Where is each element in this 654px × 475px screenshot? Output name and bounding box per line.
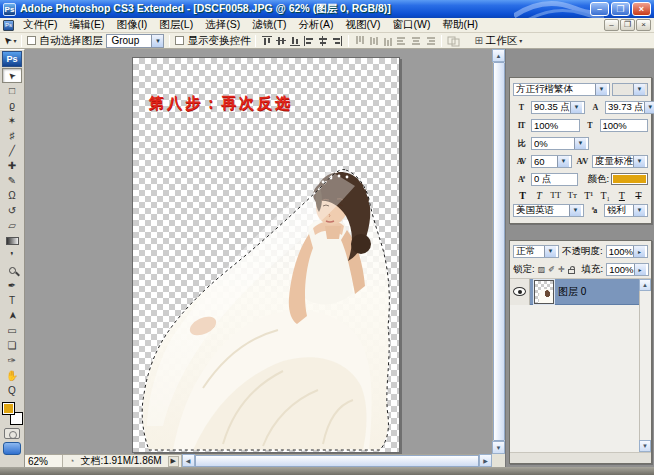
menu-view[interactable]: 视图(V)	[340, 17, 387, 33]
opacity-field[interactable]: 100% ▸	[606, 245, 648, 258]
align-hcenter-icon[interactable]	[317, 35, 329, 47]
proportional-spacing-select[interactable]: 0% ▼	[531, 137, 589, 150]
restore-button[interactable]: ❐	[611, 2, 630, 16]
underline-button[interactable]: T	[614, 190, 629, 201]
blend-mode-select[interactable]: 正常 ▼	[513, 245, 559, 258]
scroll-up-icon[interactable]: ▲	[639, 279, 651, 291]
vscroll-thumb[interactable]	[493, 62, 505, 441]
tool-eyedropper[interactable]: ✑	[2, 353, 22, 368]
font-size-field[interactable]: 90.35 点 ▼	[531, 101, 585, 114]
minimize-button[interactable]: –	[590, 2, 609, 16]
text-color-swatch[interactable]	[611, 173, 648, 185]
anti-alias-select[interactable]: 锐利 ▼	[604, 204, 648, 217]
spin-right-icon[interactable]: ▸	[633, 246, 645, 257]
chevron-down-icon[interactable]: ▼	[570, 102, 582, 113]
tool-notes[interactable]: ❏	[2, 338, 22, 353]
chevron-down-icon[interactable]: ▼	[574, 138, 586, 149]
tool-hand[interactable]: ✋	[2, 368, 22, 383]
language-select[interactable]: 美国英语 ▼	[513, 204, 584, 217]
close-button[interactable]: ×	[632, 2, 651, 16]
tool-rectangular-marquee[interactable]: □	[2, 83, 22, 98]
superscript-button[interactable]: T¹	[581, 190, 596, 201]
vertical-scale-field[interactable]: 100%	[531, 119, 580, 132]
align-vcenter-icon[interactable]	[275, 35, 287, 47]
show-transform-checkbox[interactable]	[175, 36, 184, 45]
menu-edit[interactable]: 编辑(E)	[63, 17, 110, 33]
strikethrough-button[interactable]: T	[631, 190, 646, 201]
menu-analysis[interactable]: 分析(A)	[293, 17, 340, 33]
menu-filter[interactable]: 滤镜(T)	[246, 17, 292, 33]
visibility-cell[interactable]	[510, 279, 530, 305]
document-vscrollbar[interactable]: ▲ ▼	[492, 49, 505, 454]
chevron-down-icon[interactable]: ▼	[633, 156, 645, 167]
chevron-down-icon[interactable]: ▼	[595, 84, 607, 95]
menu-select[interactable]: 选择(S)	[199, 17, 246, 33]
tool-crop[interactable]: ♯	[2, 128, 22, 143]
align-left-icon[interactable]	[303, 35, 315, 47]
fill-field[interactable]: 100% ▸	[606, 263, 648, 276]
tool-pen[interactable]: ✒	[2, 278, 22, 293]
layer-row[interactable]: 图层 0	[510, 279, 639, 305]
tool-clone-stamp[interactable]: Ω	[2, 188, 22, 203]
align-bottom-icon[interactable]	[289, 35, 301, 47]
scroll-right-icon[interactable]: ▶	[479, 454, 492, 467]
menu-file[interactable]: 文件(F)	[17, 17, 63, 33]
screen-mode-button[interactable]	[3, 442, 21, 455]
lock-transparency-icon[interactable]: ▨	[538, 265, 546, 274]
horizontal-scale-field[interactable]: 100%	[600, 119, 649, 132]
menu-help[interactable]: 帮助(H)	[437, 17, 485, 33]
tool-dodge[interactable]	[2, 263, 22, 278]
tracking-field[interactable]: 60 ▼	[531, 155, 572, 168]
lock-all-icon[interactable]	[568, 269, 575, 274]
scroll-left-icon[interactable]: ◀	[182, 454, 195, 467]
tool-eraser[interactable]: ▱	[2, 218, 22, 233]
scroll-up-icon[interactable]: ▲	[492, 49, 505, 62]
ps-logo[interactable]: Ps	[2, 51, 22, 67]
hscroll-thumb[interactable]	[195, 455, 479, 467]
workspace-control[interactable]: ⊞ 工作区 ▾	[474, 34, 522, 48]
tool-type[interactable]: T	[2, 293, 22, 308]
tool-shape[interactable]: ▭	[2, 323, 22, 338]
zoom-level-field[interactable]: 62%	[25, 455, 63, 468]
chevron-down-icon[interactable]: ▼	[557, 156, 569, 167]
auto-select-checkbox[interactable]	[27, 36, 36, 45]
group-select[interactable]: Group ▼	[106, 34, 164, 48]
all-caps-button[interactable]: TT	[548, 190, 563, 201]
tool-zoom[interactable]: Q	[2, 383, 22, 398]
align-right-icon[interactable]	[331, 35, 343, 47]
faux-bold-button[interactable]: T	[515, 190, 530, 201]
font-style-select[interactable]: ▼	[612, 83, 648, 96]
menu-image[interactable]: 图像(I)	[110, 17, 153, 33]
document-hscrollbar[interactable]: ◀ ▶	[181, 455, 492, 468]
chevron-down-icon[interactable]: ▼	[151, 35, 163, 47]
faux-italic-button[interactable]: T	[532, 190, 547, 201]
layers-scrollbar[interactable]: ▲ ▼	[639, 279, 651, 452]
tool-history-brush[interactable]: ↺	[2, 203, 22, 218]
leading-field[interactable]: 39.73 点 ▼	[605, 101, 654, 114]
menu-layer[interactable]: 图层(L)	[153, 17, 199, 33]
menu-window[interactable]: 窗口(W)	[387, 17, 437, 33]
status-popup-button[interactable]: ▶	[168, 456, 179, 467]
tool-brush[interactable]: ✎	[2, 173, 22, 188]
doc-restore-button[interactable]: ❐	[620, 19, 635, 31]
tool-blur[interactable]: ❜	[2, 248, 22, 263]
spin-right-icon[interactable]: ▸	[634, 264, 646, 275]
tool-quick-selection[interactable]: ✶	[2, 113, 22, 128]
canvas[interactable]: 第八步：再次反选	[132, 57, 400, 453]
scroll-down-icon[interactable]: ▼	[492, 441, 505, 454]
scroll-down-icon[interactable]: ▼	[639, 440, 651, 452]
layer-thumbnail[interactable]	[534, 280, 554, 304]
subscript-button[interactable]: T₁	[598, 190, 613, 201]
lock-pixels-icon[interactable]: ✐	[548, 265, 555, 274]
font-family-select[interactable]: 方正行楷繁体 ▼	[513, 83, 610, 96]
lock-position-icon[interactable]: ✛	[558, 265, 565, 274]
chevron-down-icon[interactable]: ▼	[633, 205, 645, 216]
baseline-shift-field[interactable]: 0 点	[531, 173, 578, 186]
tool-path-selection[interactable]: ➤	[2, 308, 22, 323]
quick-mask-button[interactable]	[4, 428, 20, 439]
title-bar[interactable]: Ps Adobe Photoshop CS3 Extended - [DSCF0…	[0, 0, 654, 18]
document-icon[interactable]: Ps	[3, 20, 14, 31]
kerning-select[interactable]: 度量标准 ▼	[592, 155, 648, 168]
tool-healing-brush[interactable]: ✚	[2, 158, 22, 173]
tool-slice[interactable]: ╱	[2, 143, 22, 158]
